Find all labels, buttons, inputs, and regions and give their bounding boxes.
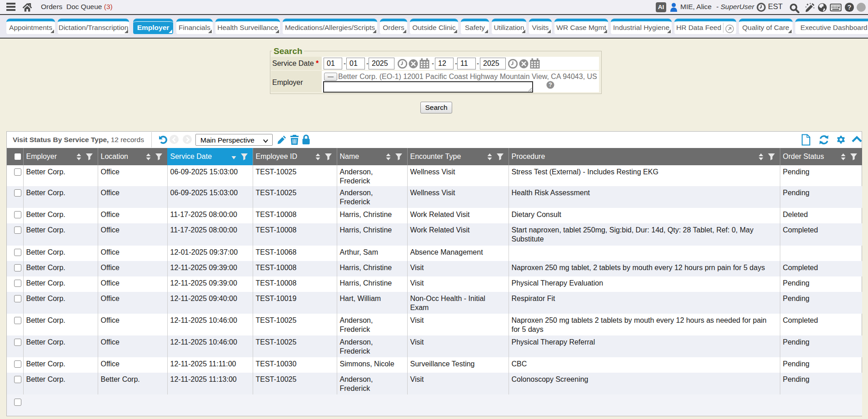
svg-text:?: ?	[848, 4, 852, 11]
svg-text:?: ?	[549, 82, 552, 88]
